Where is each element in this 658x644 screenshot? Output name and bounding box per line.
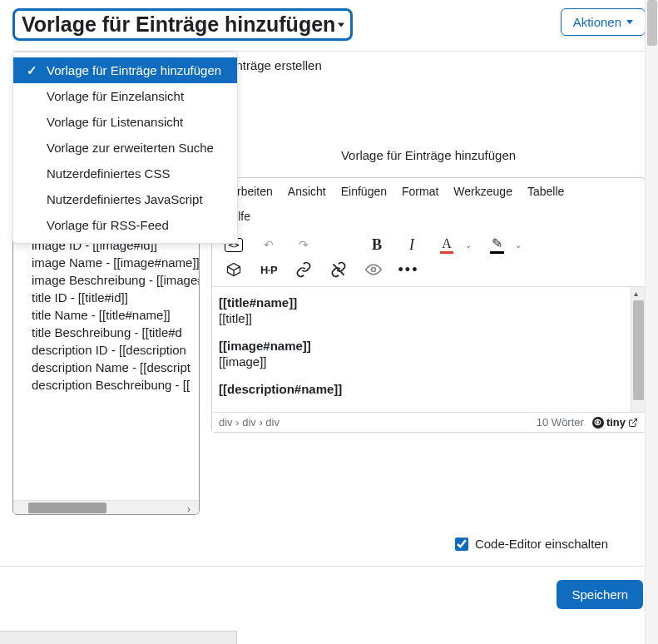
- editor-title: Vorlage für Einträge hinzufügen: [211, 103, 646, 177]
- chevron-down-icon[interactable]: ⌄: [515, 240, 522, 250]
- editor-word-count: 10 Wörter: [537, 416, 584, 429]
- unlink-icon[interactable]: [329, 260, 349, 280]
- undo-icon[interactable]: ↶: [259, 235, 279, 255]
- content-line: [[image]]: [219, 354, 624, 369]
- menu-table[interactable]: Tabelle: [527, 183, 564, 200]
- content-line: [[description#name]]: [219, 382, 624, 396]
- editor-element-path[interactable]: div › div › div: [219, 416, 280, 429]
- menu-view[interactable]: Ansicht: [288, 183, 326, 200]
- menu-insert[interactable]: Einfügen: [341, 183, 387, 200]
- field-item[interactable]: title Name - [[title#name]]: [25, 306, 192, 324]
- code-editor-checkbox[interactable]: [455, 537, 468, 551]
- content-line: [[image#name]]: [219, 339, 624, 353]
- editor-vscroll-thumb[interactable]: [633, 300, 644, 400]
- field-item[interactable]: image Name - [[image#name]]: [25, 254, 192, 271]
- field-item[interactable]: title Beschreibung - [[title#d: [25, 324, 192, 341]
- page-scrollbar-thumb[interactable]: [647, 0, 657, 46]
- menu-format[interactable]: Format: [402, 183, 438, 200]
- scroll-up-icon[interactable]: ▴: [634, 289, 638, 298]
- external-link-icon: [628, 418, 638, 428]
- dropdown-item-custom-css[interactable]: Nutzerdefiniertes CSS: [13, 161, 237, 186]
- actions-label: Aktionen: [573, 15, 621, 29]
- field-item[interactable]: title ID - [[title#id]]: [25, 289, 192, 306]
- more-icon[interactable]: •••: [398, 260, 418, 280]
- hscroll-arrow-right-icon[interactable]: ›: [187, 503, 197, 513]
- dropdown-item-list-view[interactable]: Vorlage für Listenansicht: [13, 109, 237, 135]
- highlight-icon[interactable]: ✎: [487, 235, 507, 255]
- field-item[interactable]: description ID - [[description: [25, 341, 192, 359]
- link-icon[interactable]: [294, 260, 314, 280]
- field-item[interactable]: image Beschreibung - [[image#d: [25, 271, 192, 289]
- actions-button[interactable]: Aktionen: [561, 8, 646, 36]
- h5p-icon[interactable]: H·P: [259, 260, 279, 280]
- editor-vscrollbar[interactable]: ▴: [631, 287, 645, 412]
- template-select-button[interactable]: Vorlage für Einträge hinzufügen: [12, 8, 353, 41]
- browser-status-bar: [0, 631, 237, 644]
- code-editor-label[interactable]: Code-Editor einschalten: [475, 537, 608, 551]
- template-select-label: Vorlage für Einträge hinzufügen: [22, 12, 335, 36]
- redo-icon[interactable]: ↷: [294, 235, 314, 255]
- fields-panel-hscrollbar[interactable]: ›: [13, 500, 199, 514]
- menu-edit-partial[interactable]: rbeiten: [237, 183, 273, 200]
- svg-point-0: [372, 268, 376, 272]
- text-color-icon[interactable]: A: [437, 235, 457, 255]
- tiny-dot-icon: ⦿: [592, 417, 604, 429]
- rich-text-editor: rbeiten Ansicht Einfügen Format Werkzeug…: [211, 177, 646, 433]
- italic-icon[interactable]: I: [402, 235, 422, 255]
- hscroll-thumb[interactable]: [28, 503, 106, 513]
- package-icon[interactable]: [224, 260, 244, 280]
- bold-icon[interactable]: B: [367, 235, 387, 255]
- dropdown-item-single-view[interactable]: Vorlage für Einzelansicht: [13, 83, 237, 109]
- menu-tools[interactable]: Werkzeuge: [453, 183, 512, 200]
- template-dropdown-menu: Vorlage für Einträge hinzufügen Vorlage …: [12, 52, 238, 244]
- chevron-down-icon[interactable]: ⌄: [465, 240, 472, 250]
- content-line: [[title]]: [219, 311, 624, 325]
- tiny-logo[interactable]: ⦿ tiny: [592, 416, 638, 429]
- field-item[interactable]: description Beschreibung - [[: [25, 376, 192, 394]
- content-line: [[title#name]]: [219, 295, 624, 310]
- save-button[interactable]: Speichern: [557, 580, 643, 609]
- editor-content-area[interactable]: [[title#name]] [[title]] [[image#name]] …: [212, 287, 631, 412]
- dropdown-item-add-entries[interactable]: Vorlage für Einträge hinzufügen: [13, 57, 237, 83]
- preview-icon[interactable]: [364, 260, 383, 280]
- dropdown-item-advanced-search[interactable]: Vorlage zur erweiterten Suche: [13, 135, 237, 161]
- field-item[interactable]: description Name - [[descript: [25, 359, 192, 376]
- dropdown-item-custom-js[interactable]: Nutzerdefiniertes JavaScript: [13, 186, 237, 212]
- dropdown-item-rss-feed[interactable]: Vorlage für RSS-Feed: [13, 212, 237, 238]
- page-scrollbar[interactable]: [645, 0, 658, 644]
